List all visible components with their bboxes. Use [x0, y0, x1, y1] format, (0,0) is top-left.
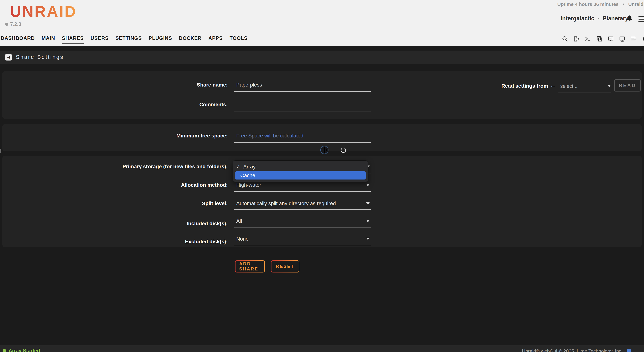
uptime-text: Uptime 4 hours 36 minutes [557, 2, 618, 7]
primary-storage-label: Primary storage (for new files and folde… [0, 164, 228, 170]
allocation-method-caret-icon [366, 184, 370, 186]
menu-hamburger-icon[interactable] [638, 16, 644, 24]
reset-button[interactable]: RESET [271, 260, 299, 272]
read-settings-caret-icon [608, 85, 611, 87]
terminal-icon[interactable] [584, 36, 591, 42]
min-free-space-label: Minimum free space: [0, 133, 228, 139]
uptime-line: Uptime 4 hours 36 minutes • Unraid OS St… [557, 2, 644, 7]
circle-indicator-icon [341, 148, 346, 153]
comments-underline [234, 111, 371, 112]
split-level-underline [234, 210, 371, 210]
page-title: Share Settings [16, 54, 64, 60]
included-disks-caret-icon [366, 220, 370, 222]
server-line: Intergalactic • Planetary [561, 15, 628, 22]
footer-link-icon[interactable] [627, 349, 631, 352]
split-level-label: Split level: [0, 200, 228, 206]
theme-icon[interactable] [642, 36, 644, 42]
included-disks-underline [234, 227, 371, 228]
server-description: Planetary [603, 15, 628, 22]
log-icon[interactable] [630, 36, 637, 42]
primary-storage-dropdown: ✓ Array Cache [233, 160, 368, 182]
copy-icon[interactable] [596, 36, 603, 42]
read-settings-label: Read settings from [498, 83, 548, 89]
move-cursor-icon [320, 146, 329, 154]
os-name: Unraid OS [628, 2, 644, 7]
server-separator: • [598, 16, 599, 22]
search-icon[interactable] [562, 36, 568, 42]
checkmark-icon: ✓ [236, 163, 240, 171]
nav-tab-plugins[interactable]: PLUGINS [149, 36, 172, 44]
nav-tab-docker[interactable]: DOCKER [179, 36, 202, 44]
main-nav: DASHBOARD MAIN SHARES USERS SETTINGS PLU… [1, 36, 248, 44]
version-icon [5, 23, 8, 26]
split-level-select[interactable]: Automatically split any directory as req… [236, 200, 336, 206]
arrow-left-icon: ← [550, 82, 556, 89]
min-free-space-input[interactable]: Free Space will be calculated [236, 133, 303, 139]
split-level-caret-icon [366, 202, 370, 205]
sign-out-icon[interactable] [573, 36, 580, 42]
array-status-text: Array Started [8, 348, 40, 352]
nav-tab-main[interactable]: MAIN [42, 36, 55, 44]
read-button[interactable]: READ [614, 79, 641, 92]
uptime-separator: • [622, 2, 624, 7]
version-label: 7.2.3 [10, 22, 21, 27]
card-basic-settings [2, 71, 642, 119]
nav-tab-shares[interactable]: SHARES [62, 36, 84, 44]
version-row: 7.2.3 [5, 22, 21, 27]
dropdown-option-array[interactable]: ✓ Array [235, 163, 366, 171]
notifications-bell-icon[interactable] [626, 15, 633, 22]
array-status-dot-icon [2, 349, 6, 352]
share-name-input[interactable]: Paperpless [236, 82, 262, 88]
unraid-logo: UNRAID [10, 2, 77, 20]
primary-storage-underline [368, 173, 371, 174]
nav-tab-users[interactable]: USERS [90, 36, 108, 44]
min-free-space-underline [234, 142, 371, 142]
read-settings-underline [558, 92, 611, 92]
included-disks-select[interactable]: All [236, 218, 242, 224]
nav-tab-apps[interactable]: APPS [208, 36, 223, 44]
server-name[interactable]: Intergalactic [561, 15, 594, 22]
excluded-disks-select[interactable]: None [236, 236, 248, 242]
read-settings-select[interactable]: select... [560, 84, 578, 89]
dropdown-option-cache[interactable]: Cache [235, 172, 366, 180]
excluded-disks-caret-icon [366, 238, 370, 240]
excluded-disks-underline [234, 245, 371, 245]
add-share-button[interactable]: ADD SHARE [235, 260, 265, 272]
feedback-icon[interactable] [608, 36, 614, 42]
comments-label: Comments: [0, 102, 228, 108]
nav-tab-settings[interactable]: SETTINGS [116, 36, 142, 44]
share-name-label: Share name: [0, 82, 228, 88]
monitor-icon[interactable] [619, 36, 626, 42]
footer-copyright: Unraid® webGui © 2025, Lime Technology, … [522, 348, 622, 352]
back-icon[interactable]: ◀ [5, 54, 12, 60]
nav-utility-icons [562, 36, 644, 42]
nav-tab-tools[interactable]: TOOLS [230, 36, 248, 44]
allocation-method-select[interactable]: High-water [236, 182, 261, 188]
page-title-bar [0, 50, 644, 64]
excluded-disks-label: Excluded disk(s): [0, 239, 228, 245]
share-name-underline [234, 91, 371, 92]
included-disks-label: Included disk(s): [0, 221, 228, 226]
top-header: UNRAID 7.2.3 Uptime 4 hours 36 minutes •… [0, 0, 644, 46]
nav-tab-dashboard[interactable]: DASHBOARD [1, 36, 35, 44]
left-edge-artifact [0, 149, 1, 153]
array-status: Array Started [2, 348, 40, 352]
allocation-method-underline [234, 191, 371, 192]
allocation-method-label: Allocation method: [0, 182, 228, 188]
